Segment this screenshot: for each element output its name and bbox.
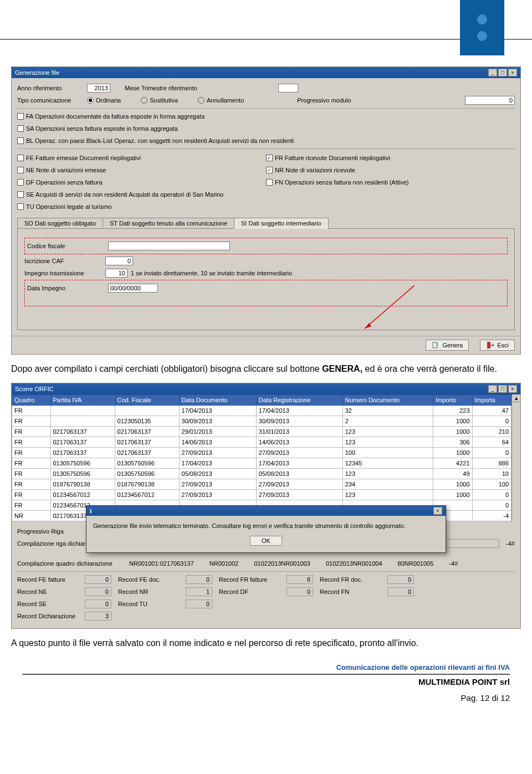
body-paragraph-1: Dopo aver compilato i campi cerchiati (o… bbox=[11, 363, 518, 375]
table-cell: FR bbox=[12, 448, 51, 458]
radio-annullamento[interactable]: Annullamento bbox=[198, 97, 244, 104]
tab-si[interactable]: SI Dati soggetto intermediario bbox=[234, 218, 329, 229]
tab-so[interactable]: SO Dati soggetto obbigato bbox=[17, 218, 103, 229]
highlighted-field-data: Data Impegno 00/00/0000 bbox=[24, 280, 508, 306]
table-cell: 0123050135 bbox=[115, 416, 179, 427]
tab-st[interactable]: ST Dati soggetto tenuto alla comunicazio… bbox=[103, 218, 234, 229]
table-cell: 27/09/2013 bbox=[256, 479, 342, 490]
check-sa[interactable]: SA Operazioni senza fattura esposte in f… bbox=[17, 125, 178, 132]
table-cell: 30/09/2013 bbox=[179, 416, 256, 427]
cf-input[interactable] bbox=[108, 242, 230, 250]
dialog-close-button[interactable]: × bbox=[433, 507, 442, 515]
close-button[interactable]: × bbox=[508, 385, 517, 393]
mese-label: Mese Trimestre riferimento bbox=[125, 85, 197, 91]
table-header[interactable]: Data Registrazione bbox=[256, 395, 342, 406]
table-row[interactable]: FR17/04/201317/04/20133222347 bbox=[12, 406, 511, 416]
check-fr[interactable]: FR Fatture ricevute Documenti riepilogat… bbox=[266, 155, 390, 161]
data-table[interactable]: QuadroPartita IVACod. FiscaleData Docume… bbox=[12, 394, 511, 521]
check-nr[interactable]: NR Note di variazioni ricevute bbox=[266, 167, 355, 173]
table-cell: FR bbox=[12, 437, 51, 448]
scrollbar[interactable]: ▴ bbox=[511, 394, 520, 521]
table-cell: 0217063137 bbox=[115, 448, 179, 458]
prog-riga-label: Progressivo Riga bbox=[17, 528, 64, 535]
anno-input[interactable]: 2013 bbox=[87, 84, 110, 93]
progressivo-input[interactable]: 0 bbox=[465, 96, 515, 105]
table-cell: 10 bbox=[472, 469, 511, 479]
table-cell: 0 bbox=[472, 448, 511, 458]
table-cell: 01305750596 bbox=[115, 469, 179, 479]
table-cell: 01876790138 bbox=[50, 479, 115, 490]
table-header[interactable]: Data Documento bbox=[179, 395, 256, 406]
maximize-button[interactable]: □ bbox=[498, 385, 507, 393]
check-fa[interactable]: FA Operazioni documentate da fattura esp… bbox=[17, 113, 204, 120]
message-dialog: ℹ × Generazione file invio telematico te… bbox=[86, 505, 446, 553]
data-label: Data Impegno bbox=[27, 285, 105, 291]
table-cell: 0217063137 bbox=[50, 448, 115, 458]
company-logo bbox=[460, 0, 504, 55]
tabs: SO Dati soggetto obbigato ST Dati sogget… bbox=[17, 218, 515, 229]
header-rule bbox=[0, 39, 532, 40]
radio-sostitutiva[interactable]: Sostitutiva bbox=[141, 97, 178, 104]
check-se[interactable]: SE Acquisti di servizi da non residenti … bbox=[17, 191, 223, 198]
check-df[interactable]: DF Operazioni senza fattura bbox=[17, 179, 103, 186]
check-fn[interactable]: FN Operazioni senza fattura non resident… bbox=[266, 179, 409, 186]
minimize-button[interactable]: _ bbox=[488, 385, 497, 393]
window-controls: _ □ × bbox=[488, 385, 517, 393]
table-row[interactable]: FR0217063137021706313729/01/201331/01/20… bbox=[12, 427, 511, 437]
table-cell: 05/08/2013 bbox=[256, 469, 342, 479]
table-row[interactable]: FR0217063137021706313727/09/201327/09/20… bbox=[12, 448, 511, 458]
check-tu[interactable]: TU Operazioni legate al turismo bbox=[17, 203, 112, 210]
table-row[interactable]: FR0217063137021706313714/06/201314/06/20… bbox=[12, 437, 511, 448]
table-cell: 17/04/2013 bbox=[256, 406, 342, 416]
table-row[interactable]: FR018767901380187679013827/09/201327/09/… bbox=[12, 479, 511, 490]
dialog-message: Generazione file invio telematico termin… bbox=[93, 522, 439, 529]
table-header[interactable]: Cod. Fiscale bbox=[115, 395, 179, 406]
minimize-button[interactable]: _ bbox=[488, 69, 497, 76]
table-header[interactable]: Importo bbox=[433, 395, 472, 406]
body-paragraph-2: A questo punto il file verrà salvato con… bbox=[11, 637, 518, 649]
table-cell: FR bbox=[12, 490, 51, 500]
radio-ordinaria[interactable]: Ordinaria bbox=[87, 97, 121, 104]
table-cell: 234 bbox=[342, 479, 433, 490]
comp-quadro-val: NR001001:0217063137 bbox=[129, 560, 194, 567]
table-header[interactable]: Quadro bbox=[12, 395, 51, 406]
exit-icon bbox=[486, 341, 494, 349]
check-ne[interactable]: NE Note di variazioni emesse bbox=[17, 167, 106, 173]
table-row[interactable]: FR013057505960130575059605/08/201305/08/… bbox=[12, 469, 511, 479]
summary-label: Record NR bbox=[118, 588, 179, 595]
comp-quadro-val: 01022013NR001004 bbox=[326, 560, 382, 567]
summary-value: 0 bbox=[287, 587, 313, 596]
check-fe[interactable]: FE Fatture emesse Documenti riepilogativ… bbox=[17, 155, 141, 161]
mese-input[interactable] bbox=[278, 84, 298, 93]
check-bl[interactable]: BL Operaz. con paesi Black-List Operaz. … bbox=[17, 137, 294, 144]
esci-button[interactable]: Esci bbox=[480, 340, 515, 351]
table-row[interactable]: FR012345670120123456701227/09/201327/09/… bbox=[12, 490, 511, 500]
table-header[interactable]: Partita IVA bbox=[50, 395, 115, 406]
table-cell: FR bbox=[12, 458, 51, 469]
table-row[interactable]: FR013057505960130575059617/04/201317/04/… bbox=[12, 458, 511, 469]
summary-value: 8 bbox=[287, 575, 313, 584]
table-header[interactable]: Numero Documento bbox=[342, 395, 433, 406]
table-row[interactable]: FR012305013530/09/201330/09/2013210000 bbox=[12, 416, 511, 427]
dialog-ok-button[interactable]: OK bbox=[250, 536, 282, 546]
svg-rect-3 bbox=[487, 342, 490, 348]
imp-input[interactable]: 10 bbox=[105, 269, 127, 278]
separator bbox=[17, 108, 515, 109]
summary-label: Record NE bbox=[17, 588, 78, 595]
genera-button[interactable]: Genera bbox=[426, 340, 469, 351]
table-cell: 01305750596 bbox=[115, 458, 179, 469]
table-cell: 27/09/2013 bbox=[179, 490, 256, 500]
table-cell: 31/01/2013 bbox=[256, 427, 342, 437]
check-group-1: FA Operazioni documentate da fattura esp… bbox=[17, 111, 515, 146]
iscr-input[interactable]: 0 bbox=[105, 257, 133, 265]
progressivo-label: Progressivo modulo bbox=[297, 97, 351, 104]
data-input[interactable]: 00/00/0000 bbox=[108, 284, 158, 293]
maximize-button[interactable]: □ bbox=[498, 69, 507, 76]
close-button[interactable]: × bbox=[508, 69, 517, 76]
table-header[interactable]: Importa bbox=[472, 395, 511, 406]
summary-value: 1 bbox=[186, 587, 212, 596]
table-cell: 49 bbox=[433, 469, 472, 479]
table-cell: 30/09/2013 bbox=[256, 416, 342, 427]
table-cell: 210 bbox=[472, 427, 511, 437]
imp-label: Impegno trasmissione bbox=[24, 270, 102, 276]
